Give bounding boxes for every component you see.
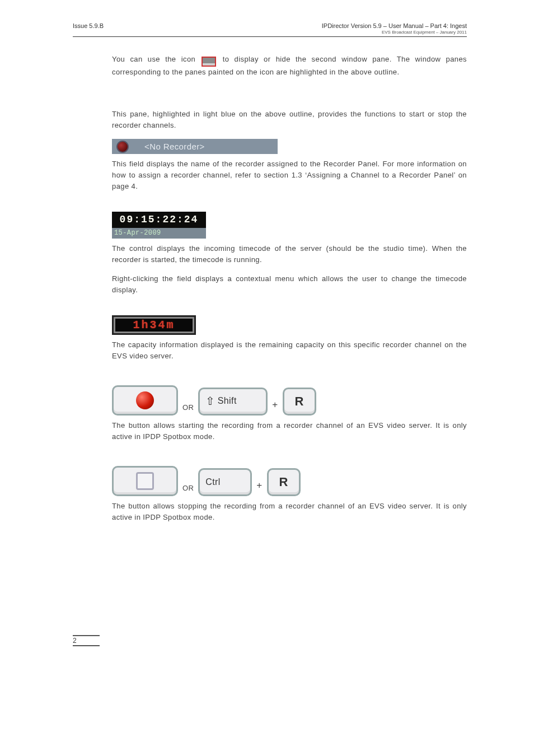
page-footer: 2 <box>73 635 467 646</box>
capacity-desc: The capacity information displayed is th… <box>112 339 467 362</box>
plus-label: + <box>272 398 278 416</box>
page-number: 2 <box>73 635 100 646</box>
record-indicator-icon <box>116 141 129 153</box>
or-label-2: OR <box>182 483 194 496</box>
stop-square-icon <box>136 472 154 490</box>
layout-toggle-icon <box>202 57 216 67</box>
plus-label-2: + <box>256 478 262 496</box>
timecode-desc-1: The control displays the incoming timeco… <box>112 243 467 265</box>
shift-arrow-icon: ⇧ <box>205 393 215 410</box>
timecode-desc-2: Right-clicking the field displays a cont… <box>112 273 467 296</box>
shift-label: Shift <box>218 394 237 408</box>
record-shortcut-row: OR ⇧ Shift + R <box>112 385 467 416</box>
recorder-name-desc: This field displays the name of the reco… <box>112 158 467 192</box>
timecode-display: 09:15:22:24 15-Apr-2009 <box>112 212 206 239</box>
or-label: OR <box>182 402 194 416</box>
shift-key: ⇧ Shift <box>198 388 268 416</box>
capacity-display: 1h34m <box>112 315 196 335</box>
recorder-pane-desc: This pane, highlighted in light blue on … <box>112 109 467 131</box>
stop-button[interactable] <box>112 466 178 496</box>
intro-paragraph: You can use the icon to display or hide … <box>112 54 467 78</box>
r-key: R <box>283 388 316 416</box>
page-header: Issue 5.9.B IPDirector Version 5.9 – Use… <box>73 22 467 37</box>
ctrl-key: Ctrl <box>198 468 252 496</box>
record-button[interactable] <box>112 385 178 416</box>
r-key-2: R <box>267 468 301 496</box>
header-title: IPDirector Version 5.9 – User Manual – P… <box>322 22 467 30</box>
record-dot-icon <box>136 391 154 409</box>
header-subtitle: EVS Broadcast Equipment – January 2011 <box>322 30 467 35</box>
intro-text-a: You can use the <box>112 55 181 63</box>
stop-shortcut-row: OR Ctrl + R <box>112 466 467 496</box>
recorder-name-label: <No Recorder> <box>144 140 205 153</box>
intro-text-b: icon <box>181 55 201 63</box>
record-desc: The button allows starting the recording… <box>112 420 467 442</box>
timecode-value: 09:15:22:24 <box>112 212 206 228</box>
timecode-date: 15-Apr-2009 <box>112 228 206 239</box>
ctrl-label: Ctrl <box>205 475 220 489</box>
capacity-value: 1h34m <box>133 319 175 332</box>
header-issue: Issue 5.9.B <box>73 22 104 35</box>
recorder-name-field: <No Recorder> <box>112 139 278 154</box>
stop-desc: The button allows stopping the recording… <box>112 501 467 523</box>
